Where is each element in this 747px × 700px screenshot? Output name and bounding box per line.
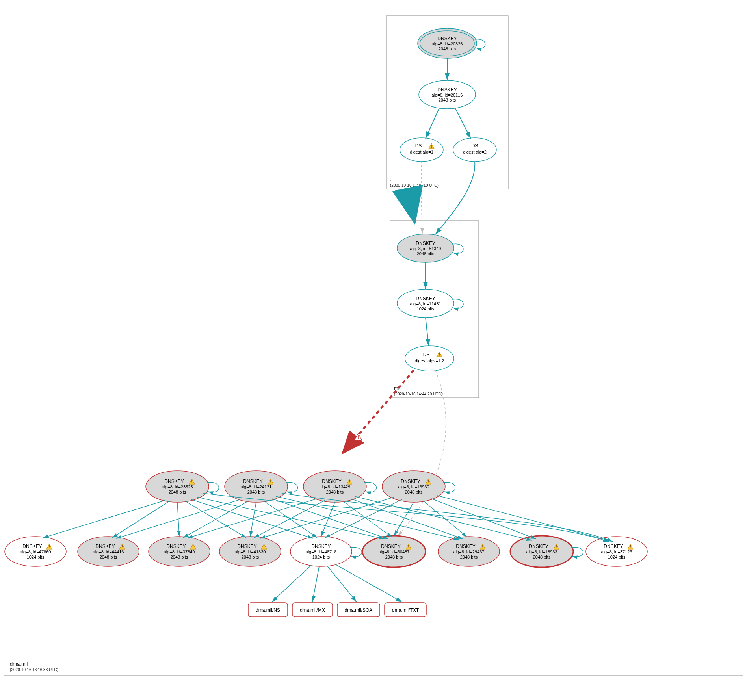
zone-mil: mil (2020-10-16 14:44:20 UTC) DNSKEY alg… [390, 221, 479, 398]
node-dma-b2: DNSKEY alg=8, id=37849 2048 bits ! [149, 537, 210, 566]
svg-text:2048 bits: 2048 bits [417, 251, 435, 256]
node-dma-b3: DNSKEY alg=8, id=41330 2048 bits ! [219, 537, 281, 566]
svg-text:!: ! [431, 144, 432, 149]
node-mil-ksk: DNSKEY alg=8, id=51349 2048 bits [397, 234, 463, 262]
svg-text:DNSKEY: DNSKEY [604, 544, 623, 549]
svg-text:DNSKEY: DNSKEY [322, 479, 341, 484]
svg-text:DNSKEY: DNSKEY [237, 544, 256, 549]
svg-text:!: ! [439, 352, 440, 357]
node-root-ds2: DS digest alg=2 [453, 138, 496, 162]
svg-text:2048 bits: 2048 bits [247, 490, 265, 494]
svg-text:1024 bits: 1024 bits [417, 306, 435, 311]
svg-text:!: ! [270, 479, 271, 484]
node-root-zsk: DNSKEY alg=8, id=26116 2048 bits [419, 80, 476, 109]
svg-text:DNSKEY: DNSKEY [529, 544, 548, 549]
svg-text:2048 bits: 2048 bits [171, 555, 188, 559]
svg-text:!: ! [349, 479, 350, 484]
svg-text:2048 bits: 2048 bits [385, 555, 403, 559]
edge-delegation-gray-dashed [421, 162, 422, 234]
svg-text:DNSKEY: DNSKEY [437, 36, 457, 41]
svg-text:!: ! [630, 544, 631, 549]
edge-mil-to-dma-red [343, 370, 414, 453]
svg-text:DNSKEY: DNSKEY [456, 544, 475, 549]
svg-text:DNSKEY: DNSKEY [243, 479, 262, 484]
svg-text:DNSKEY: DNSKEY [164, 479, 184, 484]
svg-text:alg=8, id=23525: alg=8, id=23525 [162, 485, 193, 489]
zone-root-time: (2020-10-16 11:18:10 UTC) [390, 183, 439, 188]
svg-text:digest algs=1,2: digest algs=1,2 [415, 358, 444, 363]
svg-text:DNSKEY: DNSKEY [401, 479, 420, 484]
svg-text:DS: DS [423, 352, 430, 357]
svg-text:dma.mil/MX: dma.mil/MX [300, 607, 325, 613]
svg-text:DNSKEY: DNSKEY [416, 296, 435, 301]
svg-text:alg=8, id=26116: alg=8, id=26116 [432, 93, 463, 97]
node-root-ksk: DNSKEY alg=8, id=20326 2048 bits [418, 28, 485, 58]
rr-soa: dma.mil/SOA [337, 603, 380, 617]
edge-delegation-heavy [408, 189, 414, 222]
svg-text:alg=8, id=47860: alg=8, id=47860 [20, 550, 51, 554]
edge-delegation-teal [435, 162, 475, 234]
svg-text:alg=8, id=20326: alg=8, id=20326 [432, 41, 463, 46]
zone-dma: dma.mil (2020-10-16 16:16:38 UTC) DNSKEY… [4, 455, 743, 676]
svg-text:alg=8, id=51349: alg=8, id=51349 [410, 246, 441, 251]
svg-text:DNSKEY: DNSKEY [311, 544, 331, 549]
svg-text:2048 bits: 2048 bits [439, 46, 456, 51]
svg-text:!: ! [357, 434, 359, 440]
svg-text:alg=8, id=37849: alg=8, id=37849 [164, 550, 195, 554]
node-dma-b0: DNSKEY alg=8, id=47860 1024 bits ! [5, 537, 66, 566]
svg-text:1024 bits: 1024 bits [27, 555, 45, 559]
svg-text:alg=8, id=48718: alg=8, id=48718 [306, 550, 337, 554]
svg-text:DNSKEY: DNSKEY [416, 241, 435, 246]
node-dma-b6: DNSKEY alg=8, id=29437 2048 bits ! [438, 537, 500, 566]
zone-mil-time: (2020-10-16 14:44:20 UTC) [394, 392, 442, 396]
svg-text:alg=8, id=13429: alg=8, id=13429 [320, 485, 351, 489]
svg-text:alg=8, id=11451: alg=8, id=11451 [410, 301, 441, 306]
svg-text:alg=8, id=29437: alg=8, id=29437 [453, 550, 485, 554]
svg-text:!: ! [48, 544, 50, 549]
svg-text:!: ! [408, 544, 409, 549]
svg-text:!: ! [192, 544, 194, 549]
svg-text:alg=8, id=18933: alg=8, id=18933 [526, 550, 557, 554]
svg-text:2048 bits: 2048 bits [439, 98, 456, 102]
svg-text:DNSKEY: DNSKEY [22, 544, 42, 549]
svg-text:dma.mil/TXT: dma.mil/TXT [392, 607, 419, 613]
rr-mx: dma.mil/MX [292, 603, 333, 617]
svg-text:2048 bits: 2048 bits [326, 490, 344, 494]
zone-dma-name: dma.mil [10, 661, 28, 667]
node-mil-ds: DS digest algs=1,2 ! [405, 346, 454, 371]
svg-text:2048 bits: 2048 bits [405, 490, 423, 494]
svg-text:2048 bits: 2048 bits [100, 555, 117, 559]
svg-text:!: ! [263, 544, 265, 549]
svg-text:2048 bits: 2048 bits [242, 555, 259, 559]
svg-text:DNSKEY: DNSKEY [95, 544, 115, 549]
svg-text:!: ! [191, 479, 193, 484]
zone-root: . (2020-10-16 11:18:10 UTC) DNSKEY alg=8… [386, 16, 508, 189]
zone-dma-time: (2020-10-16 16:16:38 UTC) [10, 668, 58, 672]
svg-text:alg=8, id=16930: alg=8, id=16930 [398, 485, 429, 489]
svg-text:2048 bits: 2048 bits [533, 555, 551, 559]
svg-text:!: ! [482, 544, 483, 549]
svg-text:1024 bits: 1024 bits [312, 555, 330, 559]
svg-text:alg=8, id=24121: alg=8, id=24121 [241, 485, 272, 489]
svg-text:DNSKEY: DNSKEY [381, 544, 400, 549]
svg-text:DS: DS [472, 143, 478, 149]
svg-text:alg=8, id=60487: alg=8, id=60487 [379, 550, 410, 554]
svg-text:!: ! [121, 544, 123, 549]
node-dma-b4: DNSKEY alg=8, id=48718 1024 bits [290, 537, 362, 566]
rr-txt: dma.mil/TXT [385, 603, 426, 617]
zone-root-name: . [390, 176, 392, 182]
svg-text:1024 bits: 1024 bits [608, 555, 626, 559]
svg-text:digest alg=2: digest alg=2 [463, 150, 487, 154]
svg-text:!: ! [556, 544, 557, 549]
node-mil-zsk: DNSKEY alg=8, id=11451 1024 bits [397, 289, 463, 318]
svg-text:DNSKEY: DNSKEY [166, 544, 186, 549]
svg-text:dma.mil/SOA: dma.mil/SOA [345, 607, 373, 613]
svg-text:alg=8, id=37126: alg=8, id=37126 [601, 550, 632, 554]
node-root-ds1: DS digest alg=1 ! [400, 138, 443, 162]
node-dma-b5: DNSKEY alg=8, id=60487 2048 bits ! [362, 536, 426, 567]
svg-text:alg=8, id=41330: alg=8, id=41330 [235, 550, 266, 554]
svg-text:2048 bits: 2048 bits [169, 490, 186, 494]
rr-ns: dma.mil/NS [248, 603, 288, 617]
svg-text:!: ! [427, 479, 429, 484]
svg-text:DNSKEY: DNSKEY [437, 87, 457, 93]
